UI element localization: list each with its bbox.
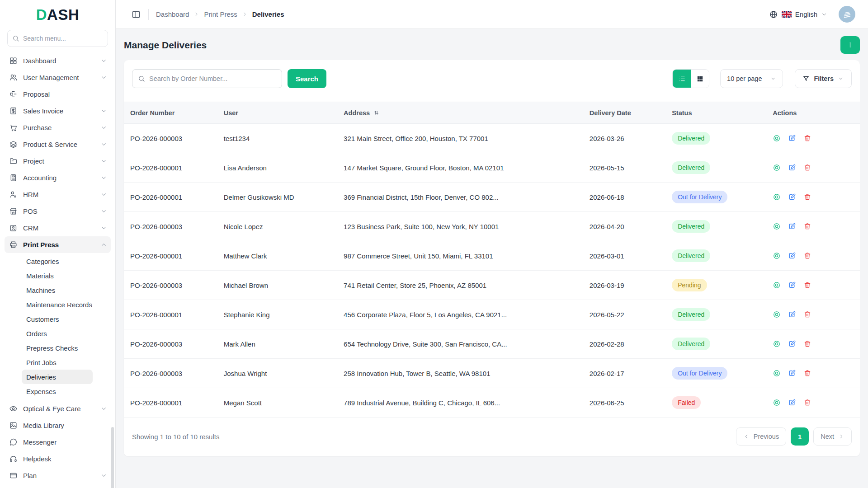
next-page-button[interactable]: Next bbox=[813, 427, 852, 446]
trash-button[interactable] bbox=[803, 252, 811, 260]
view-button[interactable] bbox=[773, 310, 781, 319]
trash-button[interactable] bbox=[803, 164, 811, 172]
cell-status: Failed bbox=[665, 388, 766, 418]
sidebar-subitem-orders[interactable]: Orders bbox=[22, 326, 93, 341]
trash-button[interactable] bbox=[803, 281, 811, 289]
edit-icon bbox=[788, 222, 796, 230]
filters-button[interactable]: Filters bbox=[795, 69, 852, 88]
sidebar-subitem-print-jobs[interactable]: Print Jobs bbox=[22, 355, 93, 370]
view-button[interactable] bbox=[773, 134, 781, 142]
sidebar-item-product-service[interactable]: Product & Service bbox=[5, 136, 111, 153]
grid-view-button[interactable] bbox=[691, 70, 709, 88]
sidebar-subitem-prepress-checks[interactable]: Prepress Checks bbox=[22, 341, 93, 355]
status-badge: Failed bbox=[672, 396, 701, 409]
sidebar-item-print-press[interactable]: Print Press bbox=[5, 236, 111, 253]
edit-button[interactable] bbox=[788, 281, 796, 289]
sidebar-subitem-deliveries[interactable]: Deliveries bbox=[22, 370, 93, 384]
sidebar-subitem-machines[interactable]: Machines bbox=[22, 283, 93, 297]
sidebar-item-pos[interactable]: POS bbox=[5, 203, 111, 220]
sidebar-item-user-management[interactable]: User Management bbox=[5, 69, 111, 86]
sidebar-scrollbar[interactable] bbox=[111, 427, 114, 488]
cell-order-number: PO-2026-000003 bbox=[124, 329, 217, 359]
sidebar-item-crm[interactable]: CRM bbox=[5, 220, 111, 236]
order-search bbox=[132, 69, 282, 88]
sidebar-item-optical-eye-care[interactable]: Optical & Eye Care bbox=[5, 400, 111, 417]
sidebar-subitem-categories[interactable]: Categories bbox=[22, 254, 93, 268]
view-button[interactable] bbox=[773, 340, 781, 348]
sidebar-subitem-materials[interactable]: Materials bbox=[22, 268, 93, 283]
chevron-down-icon bbox=[100, 141, 107, 148]
sidebar-item-plan[interactable]: Plan bbox=[5, 467, 111, 484]
edit-icon bbox=[788, 281, 796, 289]
per-page-select[interactable]: 10 per page bbox=[720, 69, 783, 88]
trash-button[interactable] bbox=[803, 134, 811, 142]
trash-icon bbox=[803, 134, 811, 142]
trash-button[interactable] bbox=[803, 222, 811, 230]
sidebar-item-sales-invoice[interactable]: Sales Invoice bbox=[5, 103, 111, 119]
breadcrumb-item-print-press[interactable]: Print Press bbox=[204, 10, 237, 18]
trash-button[interactable] bbox=[803, 193, 811, 201]
list-view-button[interactable] bbox=[673, 70, 691, 88]
view-icon bbox=[773, 340, 781, 348]
search-button[interactable]: Search bbox=[288, 69, 326, 88]
trash-button[interactable] bbox=[803, 340, 811, 348]
sidebar-subitem-customers[interactable]: Customers bbox=[22, 312, 93, 326]
edit-button[interactable] bbox=[788, 222, 796, 230]
cell-status: Delivered bbox=[665, 124, 766, 153]
trash-button[interactable] bbox=[803, 369, 811, 377]
view-button[interactable] bbox=[773, 281, 781, 289]
breadcrumb-item-deliveries: Deliveries bbox=[252, 10, 284, 18]
per-page-value: 10 per page bbox=[727, 75, 762, 82]
sidebar-item-media-library[interactable]: Media Library bbox=[5, 417, 111, 434]
sidebar-item-label: User Management bbox=[23, 74, 95, 81]
sidebar-toggle-button[interactable] bbox=[128, 7, 144, 22]
sidebar-item-project[interactable]: Project bbox=[5, 153, 111, 169]
sidebar-item-messenger[interactable]: Messenger bbox=[5, 434, 111, 450]
app-logo[interactable]: DASH bbox=[0, 0, 115, 26]
trash-button[interactable] bbox=[803, 399, 811, 407]
sidebar-item-hrm[interactable]: HRM bbox=[5, 186, 111, 203]
sidebar-item-helpdesk[interactable]: Helpdesk bbox=[5, 450, 111, 467]
edit-button[interactable] bbox=[788, 399, 796, 407]
cell-actions bbox=[766, 271, 860, 300]
edit-button[interactable] bbox=[788, 252, 796, 260]
sidebar-item-accounting[interactable]: Accounting bbox=[5, 169, 111, 186]
sidebar-item-dashboard[interactable]: Dashboard bbox=[5, 52, 111, 69]
column-header-address[interactable]: Address bbox=[337, 102, 583, 124]
edit-button[interactable] bbox=[788, 134, 796, 142]
table-body: PO-2026-000003test1234321 Main Street, O… bbox=[124, 124, 860, 418]
sidebar-item-proposal[interactable]: Proposal bbox=[5, 86, 111, 103]
edit-button[interactable] bbox=[788, 340, 796, 348]
previous-page-button[interactable]: Previous bbox=[736, 427, 786, 446]
language-selector[interactable]: English bbox=[769, 10, 827, 19]
add-delivery-button[interactable] bbox=[840, 36, 860, 54]
order-search-input[interactable] bbox=[149, 75, 276, 82]
view-button[interactable] bbox=[773, 222, 781, 230]
sidebar-subitem-expenses[interactable]: Expenses bbox=[22, 384, 93, 399]
sidebar-item-purchase[interactable]: Purchase bbox=[5, 119, 111, 136]
cell-user: test1234 bbox=[217, 124, 337, 153]
sidebar-item-settings[interactable]: Settings bbox=[5, 484, 111, 488]
trash-icon bbox=[803, 193, 811, 201]
cell-user: Nicole Lopez bbox=[217, 212, 337, 241]
view-button[interactable] bbox=[773, 399, 781, 407]
current-page-button[interactable]: 1 bbox=[791, 427, 809, 446]
sidebar-search-input[interactable] bbox=[23, 35, 105, 42]
status-badge: Delivered bbox=[672, 338, 710, 350]
edit-button[interactable] bbox=[788, 193, 796, 201]
view-icon bbox=[773, 399, 781, 407]
cell-order-number: PO-2026-000001 bbox=[124, 183, 217, 212]
breadcrumb-item-dashboard[interactable]: Dashboard bbox=[156, 10, 189, 18]
sidebar-subitem-maintenance-records[interactable]: Maintenance Records bbox=[22, 297, 93, 312]
view-button[interactable] bbox=[773, 164, 781, 172]
trash-button[interactable] bbox=[803, 310, 811, 319]
edit-button[interactable] bbox=[788, 310, 796, 319]
view-button[interactable] bbox=[773, 369, 781, 377]
chevron-down-icon bbox=[838, 75, 844, 82]
edit-button[interactable] bbox=[788, 164, 796, 172]
view-button[interactable] bbox=[773, 252, 781, 260]
user-avatar[interactable] bbox=[839, 6, 855, 23]
edit-button[interactable] bbox=[788, 369, 796, 377]
view-button[interactable] bbox=[773, 193, 781, 201]
cell-delivery-date: 2026-05-15 bbox=[583, 153, 665, 183]
